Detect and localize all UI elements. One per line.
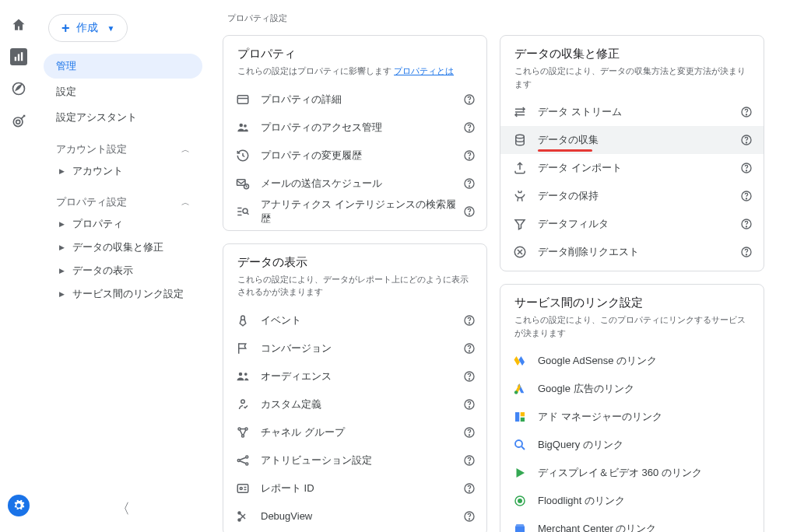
settings-row[interactable]: データの保持 <box>500 182 764 210</box>
settings-row[interactable]: データ削除リクエスト <box>500 238 764 266</box>
subitem-property[interactable]: ▶プロパティ <box>44 212 202 236</box>
help-icon[interactable] <box>463 121 476 134</box>
help-icon[interactable] <box>463 314 476 327</box>
help-icon[interactable] <box>463 398 476 411</box>
settings-row[interactable]: オーディエンス <box>223 362 486 390</box>
bar-chart-icon[interactable] <box>10 48 27 65</box>
chevron-up-icon: ︿ <box>181 197 190 208</box>
help-icon[interactable] <box>463 93 476 106</box>
settings-row[interactable]: アトリビューション設定 <box>223 446 486 474</box>
help-icon[interactable] <box>463 426 476 439</box>
settings-row[interactable]: プロパティの変更履歴 <box>223 142 486 170</box>
collapse-sidebar-button[interactable]: 〈 <box>116 499 130 518</box>
svg-point-39 <box>238 428 241 430</box>
help-icon[interactable] <box>740 218 753 230</box>
svg-point-28 <box>469 322 469 323</box>
caret-down-icon: ▼ <box>107 24 115 33</box>
subitem-account[interactable]: ▶アカウント <box>44 159 202 183</box>
section-account[interactable]: アカウント設定 ︿ <box>44 136 202 159</box>
property-help-link[interactable]: プロパティとは <box>394 66 454 75</box>
svg-rect-2 <box>21 52 23 61</box>
home-icon[interactable] <box>9 16 28 34</box>
subitem-links[interactable]: ▶サービス間のリンク設定 <box>44 282 202 306</box>
settings-row[interactable]: データフィルタ <box>500 210 764 238</box>
svg-point-54 <box>469 490 469 491</box>
settings-row[interactable]: イベント <box>223 306 486 334</box>
triangle-right-icon: ▶ <box>59 167 65 175</box>
svg-point-19 <box>469 185 469 186</box>
icon-rail <box>0 0 37 532</box>
svg-rect-86 <box>515 527 525 532</box>
settings-row[interactable]: アナリティクス インテリジェンスの検索履歴 <box>223 198 486 226</box>
settings-row[interactable]: データ ストリーム <box>500 98 764 126</box>
settings-row[interactable]: DebugView <box>223 502 486 530</box>
section-property[interactable]: プロパティ設定 ︿ <box>44 189 202 212</box>
row-label: カスタム定義 <box>251 397 463 411</box>
create-button[interactable]: + 作成 ▼ <box>48 14 128 42</box>
settings-row[interactable]: チャネル グループ <box>223 418 486 446</box>
nav-assistant[interactable]: 設定アシスタント <box>44 105 202 130</box>
row-label: イベント <box>251 313 463 327</box>
delete-icon <box>511 245 528 259</box>
svg-rect-0 <box>15 57 16 61</box>
help-icon[interactable] <box>740 106 753 118</box>
mail-schedule-icon <box>234 177 251 191</box>
help-icon[interactable] <box>463 149 476 162</box>
link-row-admanager[interactable]: アド マネージャーのリンク <box>500 403 764 431</box>
svg-point-84 <box>518 499 522 503</box>
subitem-data-display[interactable]: ▶データの表示 <box>44 259 202 282</box>
settings-row[interactable]: プロパティのアクセス管理 <box>223 114 486 142</box>
link-row-merchant[interactable]: Merchant Center のリンク <box>500 515 764 532</box>
svg-line-24 <box>247 212 248 214</box>
help-icon[interactable] <box>740 190 753 202</box>
settings-row[interactable]: カスタム定義 <box>223 390 486 418</box>
audience-icon <box>234 369 251 383</box>
help-icon[interactable] <box>463 370 476 383</box>
help-icon[interactable] <box>463 510 476 523</box>
help-icon[interactable] <box>463 205 476 218</box>
settings-row[interactable]: コンバージョン <box>223 334 486 362</box>
stream-icon <box>511 105 528 119</box>
settings-gear-icon[interactable] <box>8 495 30 516</box>
row-label: データの保持 <box>528 189 740 203</box>
svg-point-33 <box>244 373 248 376</box>
help-icon[interactable] <box>463 342 476 355</box>
dv360-icon <box>511 464 528 481</box>
svg-point-13 <box>469 129 469 130</box>
link-row-bigquery[interactable]: BigQuery のリンク <box>500 431 764 459</box>
help-icon[interactable] <box>740 134 753 146</box>
settings-row[interactable]: メールの送信スケジュール <box>223 170 486 198</box>
people-icon <box>234 121 251 135</box>
link-label: BigQuery のリンク <box>528 438 753 452</box>
settings-row[interactable]: レポート ID <box>223 474 486 502</box>
nav-admin[interactable]: 管理 <box>44 54 202 79</box>
help-icon[interactable] <box>463 454 476 467</box>
link-row-dv360[interactable]: ディスプレイ＆ビデオ 360 のリンク <box>500 459 764 487</box>
svg-point-11 <box>244 124 247 127</box>
attribution-icon <box>234 453 251 467</box>
nav-settings[interactable]: 設定 <box>44 79 202 104</box>
card-title: データの収集と修正 <box>514 47 750 61</box>
explore-icon[interactable] <box>9 79 28 98</box>
report-id-icon <box>234 481 251 495</box>
help-icon[interactable] <box>463 177 476 190</box>
bigquery-icon <box>511 436 528 453</box>
svg-point-63 <box>746 114 746 115</box>
card-subtitle: これらの設定により、このプロパティにリンクするサービスが決まります <box>514 313 750 339</box>
card-collect: データの収集と修正 これらの設定により、データの収集方法と変更方法が決まります … <box>500 35 764 271</box>
subitem-data-collect[interactable]: ▶データの収集と修正 <box>44 236 202 259</box>
help-icon[interactable] <box>740 246 753 258</box>
row-label: メールの送信スケジュール <box>251 177 463 191</box>
retention-icon <box>511 189 528 203</box>
highlight-underline <box>538 149 592 152</box>
settings-row[interactable]: データ インポート <box>500 154 764 182</box>
settings-row[interactable]: データの収集 <box>500 126 764 154</box>
help-icon[interactable] <box>740 162 753 174</box>
settings-row[interactable]: プロパティの詳細 <box>223 86 486 114</box>
svg-point-41 <box>242 435 244 437</box>
link-row-adsense[interactable]: Google AdSense のリンク <box>500 347 764 375</box>
help-icon[interactable] <box>463 482 476 495</box>
link-row-floodlight[interactable]: Floodlight のリンク <box>500 487 764 515</box>
target-icon[interactable] <box>9 112 28 131</box>
link-row-ads[interactable]: Google 広告のリンク <box>500 375 764 403</box>
